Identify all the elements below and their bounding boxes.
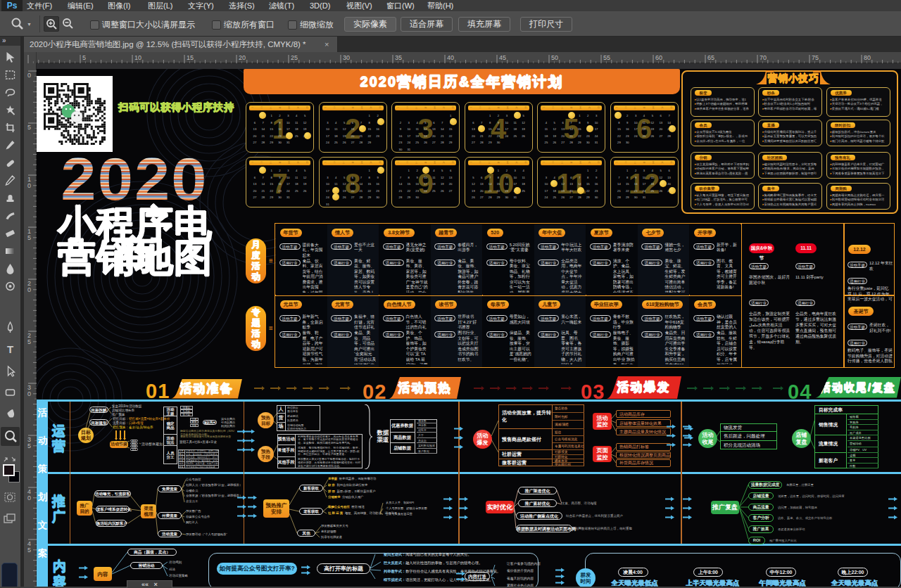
svg-text:70: 70 xyxy=(760,54,767,61)
svg-text:0: 0 xyxy=(27,182,31,189)
svg-text:5: 5 xyxy=(27,338,31,345)
svg-text:5: 5 xyxy=(27,547,31,554)
svg-text:0: 0 xyxy=(27,286,31,293)
svg-text:35: 35 xyxy=(395,54,402,61)
svg-text:75: 75 xyxy=(812,54,819,61)
svg-text:30: 30 xyxy=(343,54,350,61)
svg-text:5: 5 xyxy=(82,54,86,61)
svg-text:65: 65 xyxy=(707,54,714,61)
svg-text:5: 5 xyxy=(27,234,31,241)
svg-text:55: 55 xyxy=(603,54,610,61)
svg-text:40: 40 xyxy=(447,54,454,61)
svg-text:0: 0 xyxy=(27,72,31,79)
svg-text:10: 10 xyxy=(134,54,141,61)
svg-text:5: 5 xyxy=(27,124,31,131)
svg-text:20: 20 xyxy=(239,54,246,61)
svg-text:0: 0 xyxy=(27,390,31,397)
svg-text:5: 5 xyxy=(27,442,31,449)
svg-text:60: 60 xyxy=(655,54,662,61)
svg-text:0: 0 xyxy=(27,494,31,501)
svg-text:50: 50 xyxy=(551,54,558,61)
svg-text:45: 45 xyxy=(499,54,506,61)
svg-text:25: 25 xyxy=(291,54,298,61)
svg-text:T: T xyxy=(7,343,13,355)
svg-text:15: 15 xyxy=(187,54,194,61)
svg-text:80: 80 xyxy=(864,54,871,61)
